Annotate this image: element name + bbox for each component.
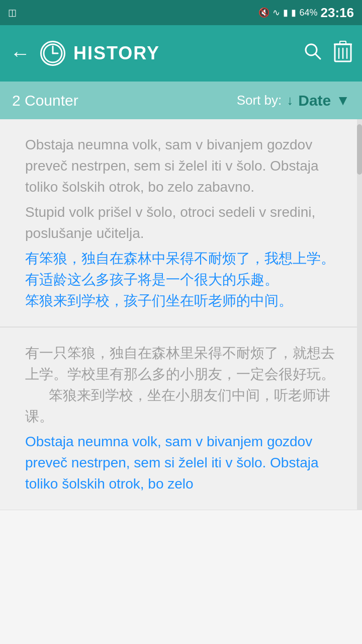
wifi-icon: ∿ — [273, 7, 280, 18]
item-chinese-original: 有一只笨狼，独自在森林里呆得不耐烦了，就想去上学。学校里有那么多的小朋友，一定会… — [25, 343, 337, 427]
sort-direction-icon: ↓ — [287, 93, 293, 108]
sim-icon: ▮ — [283, 7, 288, 18]
item-original-text: Obstaja neumna volk, sam v bivanjem gozd… — [25, 134, 337, 198]
sort-dropdown-icon[interactable]: ▼ — [336, 93, 350, 109]
search-button[interactable] — [304, 42, 322, 65]
silent-icon: 🔇 — [258, 7, 269, 18]
status-time: 23:16 — [321, 5, 354, 21]
scrollbar-track — [357, 119, 362, 510]
app-bar-actions — [304, 40, 352, 67]
status-bar-left: ◫ — [8, 7, 17, 18]
app-bar: ← HISTORY — [0, 25, 362, 82]
app-title: HISTORY — [73, 43, 160, 64]
item-translation-chinese: 有笨狼，独自在森林中呆得不耐烦了，我想上学。有适龄这么多孩子将是一个很大的乐趣。… — [25, 248, 337, 311]
history-list: Obstaja neumna volk, sam v bivanjem gozd… — [0, 119, 362, 510]
svg-rect-7 — [340, 41, 346, 44]
screenshot-icon: ◫ — [8, 7, 17, 18]
status-bar-right: 🔇 ∿ ▮ ▮ 64% 23:16 — [258, 5, 354, 21]
battery-text: 64% — [299, 8, 317, 18]
history-clock-icon — [40, 41, 65, 66]
svg-line-4 — [315, 54, 320, 59]
delete-button[interactable] — [334, 40, 352, 67]
history-item[interactable]: 有一只笨狼，独自在森林里呆得不耐烦了，就想去上学。学校里有那么多的小朋友，一定会… — [0, 328, 362, 510]
sort-area[interactable]: Sort by: ↓ Date ▼ — [237, 92, 350, 109]
filter-bar: 2 Counter Sort by: ↓ Date ▼ — [0, 82, 362, 119]
signal-icon: ▮ — [291, 7, 296, 18]
sort-label: Sort by: — [237, 93, 282, 108]
scrollbar-handle[interactable] — [357, 124, 362, 175]
item-translation-latin: Stupid volk prišel v šolo, otroci sedeli… — [25, 202, 337, 244]
svg-point-0 — [44, 44, 62, 62]
back-button[interactable]: ← — [10, 43, 30, 63]
status-bar: ◫ 🔇 ∿ ▮ ▮ 64% 23:16 — [0, 0, 362, 25]
app-bar-title-area: HISTORY — [40, 41, 294, 66]
item-translation-latin-2: Obstaja neumna volk, sam v bivanjem gozd… — [25, 431, 337, 495]
content-wrapper: Obstaja neumna volk, sam v bivanjem gozd… — [0, 119, 362, 510]
counter-label: 2 Counter — [12, 92, 237, 109]
sort-value: Date — [298, 92, 331, 109]
history-item[interactable]: Obstaja neumna volk, sam v bivanjem gozd… — [0, 119, 362, 327]
